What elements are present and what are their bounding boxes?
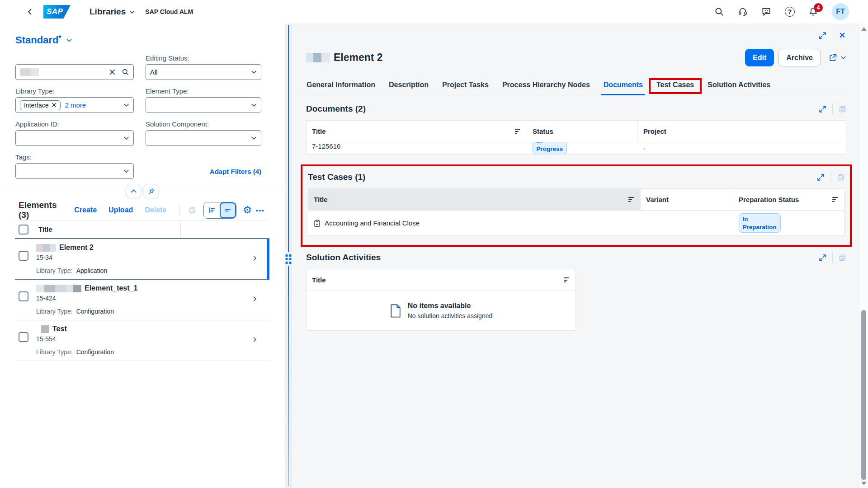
chevron-right-icon	[252, 296, 258, 302]
view-selector[interactable]: Standard*	[15, 34, 285, 46]
element-type-select[interactable]	[146, 97, 261, 113]
sap-logo-text: SAP	[47, 7, 63, 16]
delete-button[interactable]: Delete	[145, 206, 166, 214]
title-column-header: Title	[38, 225, 52, 233]
help-glyph: ?	[788, 8, 792, 15]
element-library-type: Library Type:Configuration	[36, 308, 242, 315]
pin-filters-button[interactable]	[144, 184, 159, 198]
app-switcher-menu[interactable]: Libraries	[90, 7, 135, 17]
element-row-element-test-1[interactable]: Element_test_1 15-424 Library Type:Confi…	[15, 280, 269, 320]
share-menu[interactable]	[829, 53, 846, 62]
help-icon[interactable]: ?	[785, 7, 795, 17]
search-icon[interactable]	[714, 7, 724, 17]
more-tokens-link[interactable]: 2 more	[65, 101, 86, 109]
solution-component-label: Solution Component:	[146, 120, 261, 130]
create-button[interactable]: Create	[74, 206, 97, 214]
token-remove-icon[interactable]	[52, 103, 57, 108]
documents-section: Documents (2) Title	[306, 103, 846, 155]
element-id: 15-554	[36, 335, 242, 343]
row-checkbox[interactable]	[19, 251, 28, 261]
select-all-checkbox[interactable]	[19, 225, 28, 235]
preparation-status-badge: InPreparation	[739, 213, 781, 233]
selected-row-indicator	[267, 239, 269, 280]
expand-section-icon[interactable]	[817, 174, 825, 181]
back-icon[interactable]	[26, 8, 33, 15]
search-input[interactable]	[15, 64, 134, 80]
outline-view-button[interactable]	[204, 202, 220, 218]
tab-project-tasks[interactable]: Project Tasks	[435, 81, 495, 95]
copy-icon[interactable]	[839, 254, 846, 262]
sap-cloud-alm-window: SAP Libraries SAP Cloud ALM ?	[0, 0, 868, 488]
element-library-type: Library Type:Application	[36, 267, 242, 274]
archive-button[interactable]: Archive	[778, 49, 821, 66]
search-icon[interactable]	[122, 68, 129, 76]
chevron-down-icon	[840, 55, 846, 61]
row-checkbox[interactable]	[19, 332, 28, 342]
test-cases-col-preparation-status[interactable]: Preparation Status	[733, 189, 844, 211]
upload-button[interactable]: Upload	[108, 206, 133, 214]
tab-general-information[interactable]: General Information	[300, 81, 382, 95]
tab-description[interactable]: Description	[382, 81, 435, 95]
sap-logo[interactable]: SAP	[43, 5, 71, 19]
collapse-filters-button[interactable]	[126, 184, 142, 198]
close-icon[interactable]: ✕	[839, 32, 845, 40]
test-case-row[interactable]: Accounting and Financial Close InPrepara…	[308, 211, 844, 236]
condensed-view-button[interactable]	[220, 202, 236, 218]
vertical-scrollbar[interactable]	[859, 23, 868, 488]
document-project-partial: ,	[643, 143, 645, 150]
redacted-prefix	[306, 53, 330, 62]
tab-test-cases[interactable]: Test Cases	[650, 81, 701, 95]
chevron-down-icon	[251, 102, 257, 108]
edit-button[interactable]: Edit	[745, 49, 774, 66]
test-cases-col-variant[interactable]: Variant	[641, 189, 733, 211]
enter-fullscreen-icon[interactable]	[818, 32, 826, 40]
app-subtitle: SAP Cloud ALM	[145, 8, 193, 15]
test-case-title: Accounting and Financial Close	[325, 219, 420, 227]
expand-section-icon[interactable]	[819, 105, 826, 113]
row-checkbox[interactable]	[19, 291, 28, 301]
scroll-up-arrow[interactable]	[861, 27, 867, 31]
expand-section-icon[interactable]	[819, 254, 826, 262]
documents-col-project[interactable]: Project	[638, 121, 846, 142]
element-row-element-2[interactable]: Element 2 15-34 Library Type:Application	[15, 239, 269, 280]
library-type-token[interactable]: Interface	[20, 100, 61, 110]
chevron-right-icon	[252, 337, 258, 343]
clear-icon[interactable]	[109, 69, 115, 75]
redacted-prefix	[36, 244, 56, 252]
detail-content: Documents (2) Title	[292, 103, 859, 344]
chevron-down-icon	[251, 69, 257, 75]
support-headset-icon[interactable]	[738, 7, 748, 17]
copy-icon[interactable]	[837, 174, 844, 181]
adapt-filters-link[interactable]: Adapt Filters (4)	[210, 168, 261, 175]
scroll-down-arrow[interactable]	[861, 482, 867, 485]
app-menu-label: Libraries	[90, 7, 126, 17]
solution-component-select[interactable]	[146, 130, 261, 146]
scrollbar-thumb[interactable]	[861, 310, 866, 480]
library-type-multiselect[interactable]: Interface 2 more	[15, 97, 134, 113]
settings-gear-icon[interactable]: ⚙	[241, 202, 254, 218]
sort-icon	[515, 129, 521, 134]
solution-activities-col-title[interactable]: Title	[307, 269, 576, 291]
splitter-grip-handle[interactable]	[284, 252, 292, 266]
copy-icon[interactable]	[186, 202, 199, 218]
copy-icon[interactable]	[839, 105, 846, 113]
feedback-chat-icon[interactable]	[761, 7, 771, 17]
documents-col-title[interactable]: Title	[307, 121, 527, 142]
document-row[interactable]: 7-125616 InProgress ,	[307, 142, 846, 155]
panel-splitter[interactable]	[285, 23, 292, 488]
tab-process-hierarchy-nodes[interactable]: Process Hierarchy Nodes	[495, 81, 597, 95]
tags-select[interactable]	[15, 163, 134, 179]
tab-solution-activities[interactable]: Solution Activities	[701, 81, 777, 95]
element-row-test[interactable]: Test 15-554 Library Type:Configuration	[15, 320, 269, 361]
documents-col-status[interactable]: Status	[527, 121, 638, 142]
tab-documents[interactable]: Documents	[597, 81, 650, 95]
user-avatar[interactable]: FT	[832, 3, 849, 20]
overflow-menu-icon[interactable]: •••	[254, 202, 267, 218]
test-cases-col-title[interactable]: Title	[308, 189, 641, 211]
editing-status-value: All	[150, 68, 158, 76]
element-id: 15-34	[36, 254, 242, 261]
application-id-select[interactable]	[15, 130, 134, 146]
notifications-bell-icon[interactable]: 4	[808, 7, 818, 17]
shell-bar: SAP Libraries SAP Cloud ALM ?	[0, 0, 868, 23]
editing-status-select[interactable]: All	[146, 64, 261, 80]
